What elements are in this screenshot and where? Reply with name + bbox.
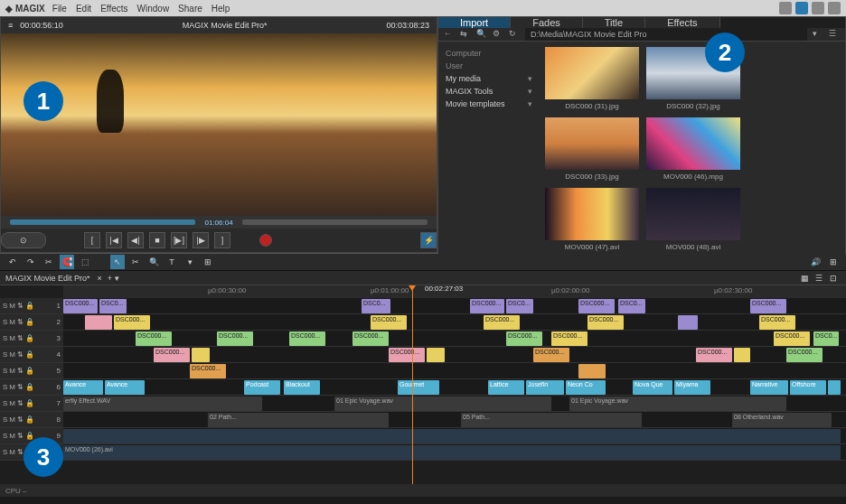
clip[interactable]: DSC000... (759, 315, 795, 330)
clip[interactable]: erfly Effect.WAV (63, 397, 262, 411)
track-content[interactable]: DSC000...DSC0...DSC0...DSC000...DSC0...D… (63, 298, 846, 313)
clip[interactable]: Offshore (790, 380, 826, 395)
clip[interactable]: 01 Epic Voyage.wav (569, 397, 786, 411)
menu-window[interactable]: Window (137, 4, 170, 14)
stop-button[interactable]: ■ (149, 232, 165, 248)
track-content[interactable]: erfly Effect.WAV01 Epic Voyage.wav01 Epi… (63, 396, 846, 411)
time-ruler[interactable]: µ0:00:30:00 µ0:01:00:00 00:02:27:03 µ0:0… (63, 285, 846, 298)
clip[interactable]: DSC000... (190, 364, 226, 378)
video-preview[interactable] (1, 33, 437, 216)
clip[interactable]: 02 Path... (208, 413, 389, 427)
tree-item[interactable]: Movie templates▾ (442, 98, 536, 110)
clip[interactable]: 05 Path... (461, 413, 642, 427)
prev-frame-button[interactable]: ◀| (127, 232, 144, 248)
track-content[interactable]: DSC000...DSC000...DSC000...DSC000...DSC0… (63, 314, 846, 330)
clip[interactable]: DSC000... (750, 299, 786, 313)
clip[interactable]: DSC000... (352, 331, 389, 346)
track-content[interactable]: DSC000... (63, 363, 846, 378)
forward-icon[interactable]: ⇆ (460, 29, 471, 40)
clip[interactable]: DSC000... (533, 348, 569, 362)
play-button[interactable]: [▶] (171, 232, 187, 248)
tab-title[interactable]: Title (583, 17, 645, 28)
track-header[interactable]: SM⇅🔒4 (0, 347, 63, 362)
clip[interactable] (828, 380, 841, 395)
clip[interactable]: DSC000... (63, 299, 98, 313)
track-header[interactable]: SM⇅🔒7 (0, 396, 63, 411)
tree-item[interactable]: My media▾ (442, 72, 536, 85)
clip[interactable]: DSC000... (551, 331, 588, 346)
track-content[interactable]: DSC000...DSC000...DSC000...DSC000...DSC0… (63, 331, 846, 346)
media-thumb[interactable]: MOV000 (47).avi (545, 188, 639, 251)
track-content[interactable]: DSC000...DSC000...DSC000...DSC000...DSC0… (63, 347, 846, 362)
track-header[interactable]: SM⇅🔒5 (0, 363, 63, 378)
cloud-icon[interactable] (779, 2, 792, 14)
record-button[interactable] (259, 234, 272, 247)
playhead[interactable] (412, 285, 413, 484)
tab-import[interactable]: Import (438, 17, 511, 28)
scrub-bar[interactable]: 01:06:04 (1, 216, 437, 229)
clip[interactable]: DSC000... (588, 315, 624, 330)
audio-icon[interactable]: 🔊 (808, 255, 822, 269)
jog-dial[interactable]: ⊙ (1, 232, 46, 248)
clip[interactable]: DSC0... (813, 331, 839, 346)
clip[interactable]: DSC000... (136, 331, 172, 346)
clip[interactable] (734, 348, 750, 362)
cut-button[interactable]: ✂ (42, 255, 56, 269)
clip[interactable]: Nova Que (633, 380, 672, 395)
upload-icon[interactable] (812, 2, 824, 14)
media-thumb[interactable]: DSC000 (33).jpg (545, 117, 639, 181)
menu-file[interactable]: File (52, 4, 67, 14)
track-header[interactable]: SM⇅🔒6 (0, 379, 63, 395)
view-icon[interactable]: ▾ (813, 29, 823, 40)
track-content[interactable]: MOV000 (26).avi (63, 444, 846, 460)
menu-share[interactable]: Share (178, 4, 202, 14)
clip[interactable]: Avance (105, 380, 145, 395)
clip[interactable] (85, 315, 112, 330)
undo-button[interactable]: ↶ (5, 255, 20, 269)
razor-tool[interactable]: ✂ (128, 255, 143, 269)
add-tab-icon[interactable]: + ▾ (108, 274, 119, 283)
redo-button[interactable]: ↷ (24, 255, 38, 269)
clip[interactable]: DSC000... (389, 348, 425, 362)
clip[interactable] (63, 429, 841, 443)
track-header[interactable]: SM⇅🔒3 (0, 331, 63, 346)
menu-icon[interactable]: ≡ (8, 21, 13, 30)
title-tool[interactable]: T (164, 255, 179, 269)
track-content[interactable]: AvanceAvancePodcastBlackoutGourmetLattic… (63, 379, 846, 395)
clip[interactable]: 01 Epic Voyage.wav (334, 397, 551, 411)
view-mode-icon[interactable]: ⊞ (826, 255, 841, 269)
clip[interactable]: DSC000... (470, 299, 504, 313)
menu-effects[interactable]: Effects (100, 4, 127, 14)
clip[interactable]: DSC000... (786, 348, 822, 362)
path-field[interactable]: D:\Media\MAGIX Movie Edit Pro (525, 28, 807, 41)
mark-out-button[interactable]: ] (214, 232, 230, 248)
pointer-tool[interactable]: ↖ (110, 255, 125, 269)
clip[interactable] (578, 364, 606, 378)
clip[interactable]: Avance (63, 380, 103, 395)
clip[interactable] (192, 348, 210, 362)
user-icon[interactable] (795, 2, 808, 14)
menu-help[interactable]: Help (212, 4, 230, 14)
clip[interactable]: Neon Co (566, 380, 606, 395)
clip[interactable]: Josefin (526, 380, 564, 395)
clip[interactable]: Miyama (674, 380, 710, 395)
tool-button[interactable]: ⬚ (78, 255, 92, 269)
media-thumb[interactable]: DSC000 (31).jpg (545, 47, 639, 110)
clip[interactable]: MOV000 (26).avi (63, 445, 841, 460)
clip[interactable]: DSC000... (578, 299, 615, 313)
clip[interactable]: DSC000... (371, 315, 407, 330)
marker-tool[interactable]: ▾ (183, 255, 197, 269)
track-content[interactable] (63, 428, 846, 443)
clip[interactable]: Gourmet (398, 380, 439, 395)
mark-in-button[interactable]: [ (84, 232, 100, 248)
timeline-view-icon[interactable]: ☰ (812, 271, 826, 285)
zoom-tool[interactable]: 🔍 (146, 255, 161, 269)
settings-icon[interactable] (828, 2, 841, 14)
tab-effects[interactable]: Effects (645, 17, 719, 28)
clip[interactable]: DSC0... (99, 299, 127, 313)
track-header[interactable]: SM⇅🔒2 (0, 314, 63, 330)
clip[interactable]: DSC0... (362, 299, 390, 313)
menu-edit[interactable]: Edit (76, 4, 91, 14)
clip[interactable]: DSC0... (506, 299, 533, 313)
gear-icon[interactable]: ⚙ (493, 29, 503, 40)
